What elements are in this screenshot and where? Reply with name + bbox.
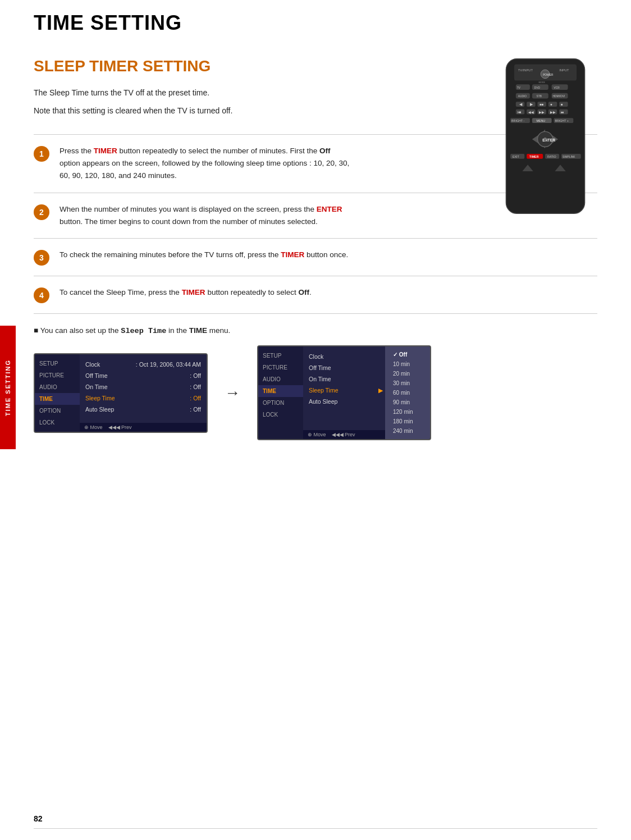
ontime-key: On Time xyxy=(85,384,108,390)
svg-text:AUDIO: AUDIO xyxy=(518,95,527,98)
menu-1-item-option: OPTION xyxy=(35,405,80,417)
side-tab: TIME SETTING xyxy=(0,326,16,449)
svg-point-51 xyxy=(543,138,547,141)
svg-text:⏭: ⏭ xyxy=(561,111,564,114)
side-tab-label: TIME SETTING xyxy=(4,359,11,416)
menu2-sleeptime-key: Sleep Time xyxy=(309,387,339,394)
offtime-val: : Off xyxy=(190,372,201,379)
menu-2-content: Clock Off Time On Time Sleep Time xyxy=(303,346,385,430)
menu-1-item-audio: AUDIO xyxy=(35,381,80,393)
svg-text:TIMER: TIMER xyxy=(529,155,539,158)
timer-highlight-1: TIMER xyxy=(94,147,117,155)
menu-1-row-ontime: On Time : Off xyxy=(85,381,201,392)
off-highlight-1: Off xyxy=(319,147,331,155)
menu-2-layout: SETUP PICTURE AUDIO TIME OPTION LOCK Clo… xyxy=(258,346,430,439)
menu-2-row-clock: Clock xyxy=(309,351,383,362)
step-text-2: When the number of minutes you want is d… xyxy=(60,203,351,229)
svg-text:■■: ■■ xyxy=(539,103,544,106)
submenu-item-90: 90 min xyxy=(390,398,426,407)
menu-screenshots: SETUP PICTURE AUDIO TIME OPTION LOCK Clo… xyxy=(34,345,597,440)
svg-text:EXIT: EXIT xyxy=(513,155,520,158)
menu-1-row-autosleep: Auto Sleep : Off xyxy=(85,404,201,415)
menu-2-item-time: TIME xyxy=(258,385,303,397)
menu-2-footer: ⊕ Move ◀◀◀ Prev xyxy=(303,430,385,439)
submenu-item-240: 240 min xyxy=(390,426,426,436)
menu-1-content: Clock : Oct 19, 2006, 03:44 AM Off Time … xyxy=(80,354,207,423)
menu-1-sidebar: SETUP PICTURE AUDIO TIME OPTION LOCK xyxy=(35,354,80,432)
sleeptime-key: Sleep Time xyxy=(85,395,115,401)
menu-2-footer-prev: ◀◀◀ Prev xyxy=(332,432,355,437)
menu-1-footer-prev: ◀◀◀ Prev xyxy=(108,424,132,430)
svg-text:BRIGHT -: BRIGHT - xyxy=(511,119,524,122)
intro-line2: Note that this setting is cleared when t… xyxy=(34,104,359,117)
menu-1-item-time: TIME xyxy=(35,393,80,405)
page-title: TIME SETTING xyxy=(34,6,597,46)
submenu-item-30: 30 min xyxy=(390,378,426,388)
svg-text:▶▶: ▶▶ xyxy=(539,111,545,114)
menu-screenshot-2: SETUP PICTURE AUDIO TIME OPTION LOCK Clo… xyxy=(257,345,431,440)
submenu-item-120: 120 min xyxy=(390,407,426,417)
time-menu-note: TIME xyxy=(189,326,207,335)
svg-text:TV: TV xyxy=(517,86,521,89)
menu-1-row-clock: Clock : Oct 19, 2006, 03:44 AM xyxy=(85,359,201,370)
menu-1-row-sleeptime: Sleep Time : Off xyxy=(85,392,201,404)
svg-text:STB: STB xyxy=(537,95,542,98)
remote-image: TV/INPUT POWER INPUT TV DVD VCR MODE AUD… xyxy=(493,56,597,219)
menu2-sleeptime-val: ▶ xyxy=(378,387,383,394)
off-highlight-4: Off xyxy=(298,288,309,296)
svg-text:HDMI/DVI: HDMI/DVI xyxy=(553,95,565,98)
menu-2-row-sleeptime: Sleep Time ▶ xyxy=(309,385,383,396)
svg-text:INPUT: INPUT xyxy=(559,69,569,72)
menu-2-item-lock: LOCK xyxy=(258,409,303,421)
svg-text:RATIO: RATIO xyxy=(547,155,556,158)
submenu-item-20: 20 min xyxy=(390,369,426,378)
svg-text:▶▶: ▶▶ xyxy=(550,111,556,114)
menu2-autosleep-key: Auto Sleep xyxy=(309,398,337,405)
menu2-clock-key: Clock xyxy=(309,353,323,360)
sleeptime-val: : Off xyxy=(190,395,201,401)
step-badge-3: 3 xyxy=(34,250,49,266)
menu-2-item-picture: PICTURE xyxy=(258,362,303,373)
step-text-1: Press the TIMER button repeatedly to sel… xyxy=(60,145,351,182)
submenu-item-60: 60 min xyxy=(390,388,426,398)
svg-text:⏮: ⏮ xyxy=(518,110,522,114)
step-3: 3 To check the remaining minutes before … xyxy=(34,238,597,276)
svg-text:VCR: VCR xyxy=(554,86,560,89)
menu-2-row-offtime: Off Time xyxy=(309,362,383,373)
svg-text:MENU: MENU xyxy=(537,119,546,122)
menu-1-item-setup: SETUP xyxy=(35,358,80,369)
clock-val: : Oct 19, 2006, 03:44 AM xyxy=(136,361,201,368)
menu-screenshot-1: SETUP PICTURE AUDIO TIME OPTION LOCK Clo… xyxy=(34,353,208,433)
submenu-panel: Off 10 min 20 min 30 min 60 min 90 min 1… xyxy=(385,346,430,439)
step-4: 4 To cancel the Sleep Time, press the TI… xyxy=(34,276,597,314)
svg-text:BRIGHT +: BRIGHT + xyxy=(555,119,568,122)
menu-2-row-autosleep: Auto Sleep xyxy=(309,396,383,407)
svg-text:TV/INPUT: TV/INPUT xyxy=(518,69,533,72)
svg-text:MODE: MODE xyxy=(538,81,545,84)
menu-1-layout: SETUP PICTURE AUDIO TIME OPTION LOCK Clo… xyxy=(35,354,207,432)
sleep-time-note: Sleep Time xyxy=(121,327,166,335)
svg-text:●: ● xyxy=(550,102,552,106)
step-badge-4: 4 xyxy=(34,287,49,303)
timer-highlight-3: TIMER xyxy=(281,250,304,259)
menu-2-item-setup: SETUP xyxy=(258,350,303,362)
menu-1-footer: ⊕ Move ◀◀◀ Prev xyxy=(80,423,207,432)
ontime-val: : Off xyxy=(190,384,201,390)
offtime-key: Off Time xyxy=(85,372,107,379)
svg-text:DVD: DVD xyxy=(534,86,541,89)
step-badge-2: 2 xyxy=(34,204,49,220)
menu2-ontime-key: On Time xyxy=(309,376,331,382)
page-number: 82 xyxy=(34,814,43,823)
timer-highlight-4: TIMER xyxy=(182,288,205,296)
submenu-item-10: 10 min xyxy=(390,359,426,369)
step-badge-1: 1 xyxy=(34,146,49,162)
intro-line1: The Sleep Time turns the TV off at the p… xyxy=(34,86,359,99)
svg-text:■: ■ xyxy=(561,103,563,106)
bottom-divider xyxy=(34,828,597,829)
step-text-3: To check the remaining minutes before th… xyxy=(60,249,348,261)
step-text-4: To cancel the Sleep Time, press the TIME… xyxy=(60,286,312,299)
menu-2-footer-move: ⊕ Move xyxy=(308,432,326,437)
clock-key: Clock xyxy=(85,361,100,368)
menu-2-sidebar: SETUP PICTURE AUDIO TIME OPTION LOCK xyxy=(258,346,303,439)
menu2-offtime-key: Off Time xyxy=(309,364,331,371)
